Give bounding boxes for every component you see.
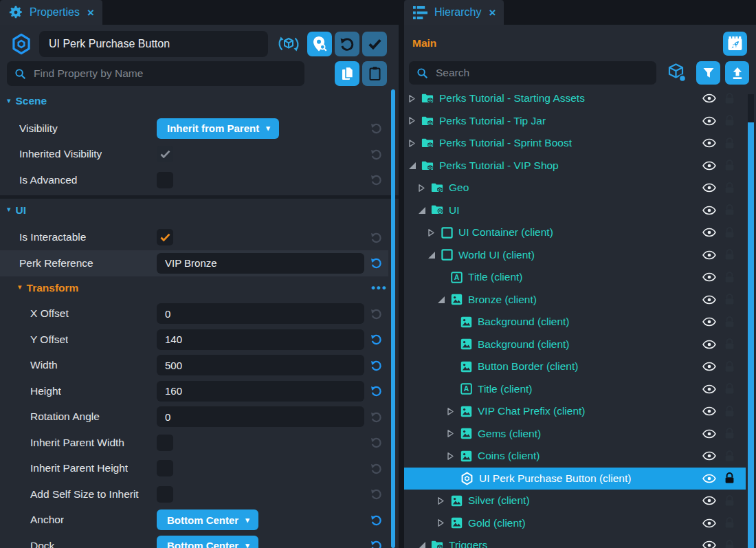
section-collapse-arrow-icon[interactable]: ▾ (7, 96, 11, 105)
inherit-parent-width-checkbox[interactable] (157, 435, 173, 451)
revert-icon[interactable] (369, 513, 383, 527)
hierarchy-item-ui-perk-purchase-button-client[interactable]: UI Perk Purchase Button (client) (404, 468, 746, 490)
visibility-eye-icon[interactable] (700, 183, 718, 193)
collapse-arrow-icon[interactable] (427, 251, 441, 259)
lock-icon[interactable] (721, 316, 737, 328)
revert-icon[interactable] (369, 539, 383, 548)
close-icon[interactable]: × (489, 7, 496, 19)
is-interactable-checkbox[interactable] (157, 229, 173, 245)
visibility-dropdown[interactable]: Inherit from Parent▾ (157, 118, 279, 139)
lock-icon[interactable] (721, 160, 737, 171)
is-advanced-checkbox[interactable] (157, 172, 173, 188)
lock-icon[interactable] (721, 495, 737, 507)
visibility-eye-icon[interactable] (700, 540, 718, 548)
expand-arrow-icon[interactable] (408, 94, 421, 103)
tab-hierarchy[interactable]: Hierarchy × (404, 0, 504, 25)
visibility-eye-icon[interactable] (700, 384, 718, 394)
expand-arrow-icon[interactable] (447, 407, 460, 416)
visibility-eye-icon[interactable] (700, 518, 718, 528)
hierarchy-item-silver-client[interactable]: Silver (client) (404, 490, 746, 512)
gizmo-icon[interactable] (277, 32, 300, 56)
hierarchy-item-ui-container-client[interactable]: UI Container (client) (404, 221, 746, 244)
hierarchy-item-perks-tutorial-sprint-boost[interactable]: Perks Tutorial - Sprint Boost (404, 132, 746, 155)
perk-reference-input[interactable] (157, 253, 364, 274)
height-input[interactable] (157, 381, 364, 402)
lock-icon[interactable] (721, 472, 737, 484)
tab-properties[interactable]: Properties × (0, 0, 102, 25)
visibility-eye-icon[interactable] (700, 474, 718, 483)
hierarchy-item-world-ui-client[interactable]: World UI (client) (404, 244, 746, 267)
hierarchy-item-vip-chat-prefix-client[interactable]: VIP Chat Prefix (client) (404, 400, 746, 423)
close-icon[interactable]: × (87, 7, 94, 19)
width-input[interactable] (157, 355, 364, 375)
visibility-eye-icon[interactable] (700, 228, 718, 237)
lock-icon[interactable] (721, 182, 737, 194)
lock-icon[interactable] (721, 450, 737, 462)
hierarchy-item-geo[interactable]: Geo (404, 177, 746, 199)
lock-icon[interactable] (721, 428, 737, 439)
paste-properties-button[interactable] (362, 61, 387, 86)
expand-arrow-icon[interactable] (427, 228, 441, 237)
upload-button[interactable] (725, 61, 749, 85)
asset-cube-icon[interactable] (666, 63, 688, 83)
hierarchy-item-title-client[interactable]: ATitle (client) (404, 266, 746, 289)
lock-icon[interactable] (721, 361, 737, 373)
lock-icon[interactable] (721, 249, 737, 261)
add-self-size-to-inherit-checkbox[interactable] (157, 486, 173, 503)
properties-scrollbar[interactable] (391, 89, 395, 548)
hierarchy-item-gold-client[interactable]: Gold (client) (404, 512, 746, 535)
locate-in-scene-button[interactable] (307, 32, 332, 56)
rotation-angle-input[interactable] (157, 406, 364, 427)
hierarchy-item-ui[interactable]: UI (404, 199, 746, 222)
hierarchy-item-perks-tutorial-tip-jar[interactable]: Perks Tutorial - Tip Jar (404, 110, 746, 133)
find-property-field[interactable] (7, 61, 304, 86)
hierarchy-scrollbar[interactable] (748, 122, 754, 548)
section-header-transform[interactable]: ▾Transform••• (0, 276, 399, 300)
lock-icon[interactable] (721, 115, 737, 127)
lock-icon[interactable] (721, 272, 737, 283)
hierarchy-item-button-border-client[interactable]: Button Border (client) (404, 355, 746, 378)
hierarchy-item-perks-tutorial-starting-assets[interactable]: Perks Tutorial - Starting Assets (404, 87, 746, 110)
confirm-button[interactable] (362, 32, 387, 56)
hierarchy-item-coins-client[interactable]: Coins (client) (404, 445, 746, 468)
expand-arrow-icon[interactable] (408, 139, 421, 148)
inherit-parent-height-checkbox[interactable] (157, 460, 173, 476)
visibility-eye-icon[interactable] (700, 451, 718, 461)
lock-icon[interactable] (721, 517, 737, 529)
more-options-button[interactable]: ••• (371, 281, 388, 295)
revert-icon[interactable] (369, 333, 383, 347)
hierarchy-item-triggers[interactable]: Triggers (404, 534, 746, 548)
world-launch-button[interactable] (723, 32, 747, 56)
revert-icon[interactable] (369, 256, 383, 270)
visibility-eye-icon[interactable] (700, 250, 718, 260)
section-collapse-arrow-icon[interactable]: ▾ (7, 205, 11, 214)
anchor-dropdown[interactable]: Bottom Center▾ (157, 509, 258, 530)
visibility-eye-icon[interactable] (700, 295, 718, 305)
visibility-eye-icon[interactable] (700, 362, 718, 371)
visibility-eye-icon[interactable] (700, 317, 718, 327)
revert-icon[interactable] (369, 358, 383, 372)
expand-arrow-icon[interactable] (418, 184, 431, 193)
lock-icon[interactable] (721, 93, 737, 105)
hierarchy-item-background-client[interactable]: Background (client) (404, 311, 746, 333)
visibility-eye-icon[interactable] (700, 206, 718, 215)
collapse-arrow-icon[interactable] (437, 296, 450, 304)
visibility-eye-icon[interactable] (700, 406, 718, 416)
collapse-arrow-icon[interactable] (408, 162, 421, 170)
hierarchy-search-field[interactable] (409, 61, 656, 85)
hierarchy-item-bronze-client[interactable]: Bronze (client) (404, 289, 746, 311)
hierarchy-item-background-client[interactable]: Background (client) (404, 333, 746, 356)
visibility-eye-icon[interactable] (700, 340, 718, 349)
visibility-eye-icon[interactable] (700, 138, 718, 148)
visibility-eye-icon[interactable] (700, 272, 718, 282)
find-property-input[interactable] (32, 67, 297, 80)
expand-arrow-icon[interactable] (447, 452, 460, 461)
visibility-eye-icon[interactable] (700, 94, 718, 103)
undo-button[interactable] (335, 32, 359, 56)
section-header-scene[interactable]: ▾Scene (0, 93, 399, 109)
visibility-eye-icon[interactable] (700, 116, 718, 126)
y-offset-input[interactable] (157, 329, 364, 350)
lock-icon[interactable] (721, 338, 737, 350)
lock-icon[interactable] (721, 540, 737, 548)
lock-icon[interactable] (721, 227, 737, 239)
